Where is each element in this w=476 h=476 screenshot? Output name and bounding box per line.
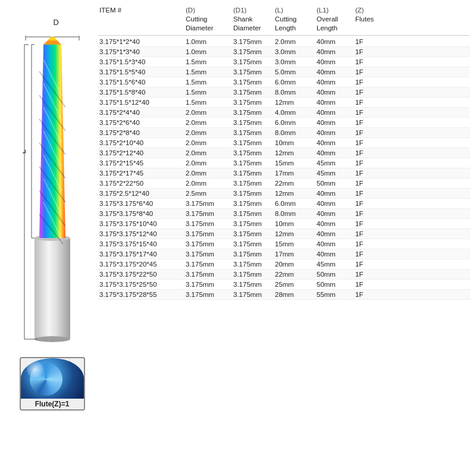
table-cell: 3.0mm — [274, 48, 315, 56]
table-cell: 3.175*2*15*45 — [98, 159, 184, 167]
tool-svg: L L1 D1 — [23, 36, 82, 345]
table-cell: 1.0mm — [184, 48, 232, 56]
table-cell: 1.5mm — [184, 68, 232, 76]
table-cell: 40mm — [315, 78, 354, 86]
table-cell: 22mm — [274, 270, 315, 278]
table-cell: 3.175mm — [232, 199, 274, 208]
table-cell: 50mm — [315, 280, 354, 289]
table-row: 3.175*3.175*6*403.175mm3.175mm6.0mm40mm1… — [98, 199, 470, 209]
table-cell: 2.0mm — [184, 139, 232, 147]
table-cell: 1.5mm — [184, 88, 232, 96]
table-row: 3.175*2*15*452.0mm3.175mm15mm45mm1F — [98, 158, 470, 168]
table-cell: 2.0mm — [184, 149, 232, 157]
table-cell: 3.175*2*6*40 — [98, 118, 184, 127]
table-cell: 3.175mm — [232, 68, 274, 76]
table-cell: 3.175mm — [232, 37, 274, 46]
table-cell: 40mm — [315, 199, 354, 208]
table-cell: 1F — [354, 220, 384, 228]
table-row: 3.175*2.5*12*402.5mm3.175mm12mm40mm1F — [98, 189, 470, 199]
table-cell: 1F — [354, 169, 384, 177]
table-cell: 3.175*3.175*28*55 — [98, 290, 184, 299]
table-cell: 17mm — [274, 250, 315, 258]
table-cell: 3.175mm — [232, 129, 274, 137]
table-cell: 8.0mm — [274, 88, 315, 96]
table-cell: 2.0mm — [184, 118, 232, 127]
table-cell: 10mm — [274, 139, 315, 147]
dim-d-label: D — [54, 18, 59, 27]
table-row: 3.175*3.175*8*403.175mm3.175mm8.0mm40mm1… — [98, 209, 470, 219]
table-row: 3.175*3.175*17*403.175mm3.175mm17mm40mm1… — [98, 249, 470, 259]
table-cell: 1F — [354, 199, 384, 208]
table-cell: 55mm — [315, 290, 354, 299]
table-cell: 3.175*2*4*40 — [98, 108, 184, 117]
col-item-header: ITEM # — [98, 6, 184, 33]
table-row: 3.175*1.5*12*401.5mm3.175mm12mm40mm1F — [98, 98, 470, 108]
table-cell: 3.175mm — [232, 88, 274, 96]
table-cell: 4.0mm — [274, 108, 315, 117]
table-cell: 15mm — [274, 240, 315, 248]
table-cell: 3.175mm — [184, 199, 232, 208]
table-cell: 3.175mm — [232, 118, 274, 127]
table-cell: 40mm — [315, 129, 354, 137]
table-cell: 3.175mm — [232, 159, 274, 167]
svg-point-6 — [35, 336, 70, 342]
table-cell: 3.175mm — [232, 48, 274, 56]
table-cell: 3.175*1.5*5*40 — [98, 68, 184, 76]
table-cell: 1.5mm — [184, 58, 232, 66]
table-cell: 45mm — [315, 260, 354, 268]
table-cell: 40mm — [315, 58, 354, 66]
page: D — [0, 0, 476, 476]
table-cell: 2.5mm — [184, 189, 232, 198]
table-row: 3.175*3.175*20*453.175mm3.175mm20mm45mm1… — [98, 259, 470, 270]
table-cell: 3.175mm — [184, 220, 232, 228]
table-cell: 6.0mm — [274, 199, 315, 208]
table-cell: 5.0mm — [274, 68, 315, 76]
table-row: 3.175*1*2*401.0mm3.175mm2.0mm40mm1F — [98, 37, 470, 47]
table-cell: 12mm — [274, 189, 315, 198]
table-row: 3.175*1.5*8*401.5mm3.175mm8.0mm40mm1F — [98, 87, 470, 98]
table-row: 3.175*2*8*402.0mm3.175mm8.0mm40mm1F — [98, 128, 470, 138]
table-row: 3.175*3.175*15*403.175mm3.175mm15mm40mm1… — [98, 239, 470, 249]
table-cell: 40mm — [315, 98, 354, 107]
col-d-header: (D) CuttingDiameter — [184, 6, 232, 33]
table-cell: 40mm — [315, 118, 354, 127]
table-cell: 3.175mm — [232, 98, 274, 107]
table-cell: 3.175*3.175*25*50 — [98, 280, 184, 289]
table-cell: 3.175*3.175*20*45 — [98, 260, 184, 268]
table-cell: 3.175mm — [232, 149, 274, 157]
table-row: 3.175*3.175*22*503.175mm3.175mm22mm50mm1… — [98, 270, 470, 280]
table-cell: 1F — [354, 209, 384, 218]
table-cell: 1.5mm — [184, 98, 232, 107]
table-cell: 3.175mm — [232, 209, 274, 218]
table-row: 3.175*3.175*28*553.175mm3.175mm28mm55mm1… — [98, 290, 470, 300]
table-cell: 3.175mm — [232, 78, 274, 86]
table-cell: 3.175*3.175*6*40 — [98, 199, 184, 208]
flute-highlight — [27, 361, 43, 378]
table-cell: 25mm — [274, 280, 315, 289]
svg-marker-23 — [43, 40, 61, 45]
table-cell: 40mm — [315, 139, 354, 147]
flute-label: Flute(Z)=1 — [21, 399, 84, 409]
col-z-header: (Z) Flutes — [354, 6, 384, 33]
table-cell: 17mm — [274, 169, 315, 177]
table-cell: 1F — [354, 250, 384, 258]
table-cell: 1F — [354, 280, 384, 289]
table-cell: 3.175*2*12*40 — [98, 149, 184, 157]
table-cell: 3.175mm — [184, 240, 232, 248]
table-cell: 15mm — [274, 159, 315, 167]
table-row: 3.175*2*6*402.0mm3.175mm6.0mm40mm1F — [98, 118, 470, 128]
table-row: 3.175*3.175*12*403.175mm3.175mm12mm40mm1… — [98, 229, 470, 239]
table-cell: 40mm — [315, 189, 354, 198]
table-cell: 3.175*3.175*15*40 — [98, 240, 184, 248]
table-cell: 20mm — [274, 260, 315, 268]
table-row: 3.175*2*4*402.0mm3.175mm4.0mm40mm1F — [98, 108, 470, 118]
table-row: 3.175*2*12*402.0mm3.175mm12mm40mm1F — [98, 148, 470, 158]
table-cell: 3.175*1.5*6*40 — [98, 78, 184, 86]
table-cell: 1.5mm — [184, 78, 232, 86]
svg-marker-24 — [48, 37, 57, 40]
flute-image — [21, 358, 84, 399]
table-cell: 3.175mm — [184, 250, 232, 258]
table-cell: 3.175mm — [184, 230, 232, 238]
table-cell: 3.175mm — [232, 250, 274, 258]
table-cell: 1F — [354, 48, 384, 56]
